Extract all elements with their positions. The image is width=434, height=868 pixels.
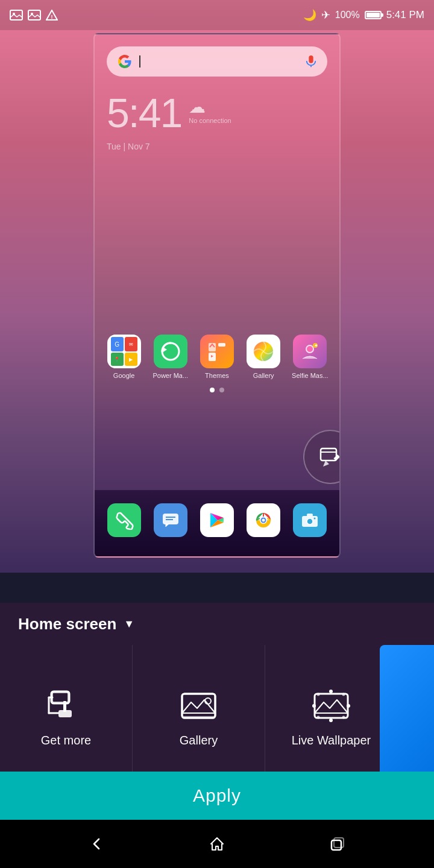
status-notifications: ! [10, 10, 58, 20]
svg-point-47 [329, 719, 333, 722]
status-bar: ! 🌙 ✈ 100% 5:41 PM [0, 0, 434, 30]
svg-rect-34 [52, 693, 68, 702]
svg-point-48 [312, 704, 316, 708]
floating-edit-button[interactable] [303, 430, 341, 484]
image-notification-icon [10, 10, 23, 20]
live-wallpaper-label: Live Wallpaper [292, 734, 371, 747]
app-row: G ✉ 📍 ▶ Google Power Ma... [95, 335, 339, 379]
dock-chrome[interactable] [247, 503, 280, 537]
dot-2[interactable] [219, 388, 224, 392]
battery-icon [365, 11, 382, 19]
app-selfie-mas[interactable]: ✦ Selfie Mas... [289, 335, 330, 379]
battery-percent: 100% [335, 10, 360, 20]
svg-point-21 [262, 519, 265, 522]
dot-1[interactable] [210, 388, 215, 392]
svg-rect-36 [58, 710, 72, 717]
get-more-option[interactable]: Get more [0, 645, 133, 790]
app-power-label: Power Ma... [150, 372, 191, 379]
svg-point-29 [314, 518, 316, 520]
gallery-option-label: Gallery [180, 734, 218, 747]
live-wallpaper-icon [310, 688, 353, 724]
clock-time-display: 5:41 [107, 92, 181, 133]
home-button[interactable] [202, 829, 232, 859]
svg-point-49 [342, 693, 345, 696]
svg-point-50 [342, 715, 345, 719]
mic-icon[interactable] [304, 55, 318, 68]
dropdown-arrow-icon: ▼ [124, 618, 134, 631]
svg-rect-9 [218, 343, 225, 347]
clock-info: ☁ No connection [189, 92, 231, 124]
clock-widget: 5:41 ☁ No connection [95, 86, 339, 139]
dock-play[interactable] [200, 503, 234, 537]
get-more-icon [45, 688, 87, 724]
home-screen-label: Home screen [18, 615, 116, 634]
app-selfie-label: Selfie Mas... [289, 372, 330, 379]
status-right-icons: 🌙 ✈ 100% 5:41 PM [303, 8, 424, 22]
page-dots [95, 388, 339, 392]
search-cursor [139, 55, 140, 68]
svg-marker-6 [162, 347, 167, 353]
app-themes-label: Themes [197, 372, 237, 379]
clock-status: 5:41 PM [386, 9, 424, 21]
app-power-manager[interactable]: Power Ma... [150, 335, 191, 379]
apply-label: Apply [193, 785, 241, 806]
svg-rect-33 [51, 691, 69, 703]
get-more-label: Get more [41, 734, 91, 747]
no-connection-text: No connection [189, 117, 231, 124]
google-logo [116, 53, 133, 70]
search-bar[interactable] [107, 46, 327, 77]
svg-rect-0 [10, 10, 22, 20]
svg-rect-54 [334, 838, 344, 848]
nav-bar [0, 820, 434, 868]
dock-camera[interactable] [293, 503, 327, 537]
gallery-option[interactable]: Gallery [133, 645, 265, 790]
app-google-label: Google [104, 372, 145, 379]
home-screen-bar[interactable]: Home screen ▼ [0, 603, 434, 645]
app-themes[interactable]: Themes [197, 335, 237, 379]
dock-messages[interactable] [154, 503, 187, 537]
svg-point-27 [309, 520, 312, 523]
app-gallery-label: Gallery [243, 372, 284, 379]
dock [95, 490, 339, 556]
svg-point-52 [317, 715, 320, 719]
wallpaper-panel: Home screen ▼ Get more [0, 603, 434, 790]
dock-phone[interactable] [107, 503, 141, 537]
svg-text:!: ! [51, 14, 53, 20]
app-gallery[interactable]: Gallery [243, 335, 284, 379]
weather-cloud-icon: ☁ [189, 97, 231, 117]
live-wallpaper-option[interactable]: Live Wallpaper [265, 645, 398, 790]
apply-button[interactable]: Apply [0, 772, 434, 820]
app-google[interactable]: G ✉ 📍 ▶ Google [104, 335, 145, 379]
clock-date: Tue | Nov 7 [95, 139, 339, 154]
options-row: Get more Gallery [0, 645, 434, 790]
svg-rect-2 [28, 10, 40, 20]
svg-point-51 [317, 693, 320, 696]
image-notification-icon2 [28, 10, 41, 20]
svg-rect-28 [307, 514, 313, 517]
svg-point-45 [329, 690, 333, 693]
recent-button[interactable] [322, 829, 353, 859]
gallery-option-icon [178, 688, 220, 724]
svg-text:✦: ✦ [314, 343, 318, 348]
moon-icon: 🌙 [303, 8, 316, 22]
warning-icon: ! [46, 10, 58, 20]
back-button[interactable] [81, 829, 112, 859]
svg-point-46 [347, 704, 350, 708]
airplane-icon: ✈ [321, 8, 330, 22]
blue-peek-card [380, 645, 434, 790]
phone-frame: 5:41 ☁ No connection Tue | Nov 7 G ✉ 📍 ▶… [93, 33, 341, 558]
svg-rect-53 [332, 840, 341, 850]
svg-point-12 [307, 346, 313, 352]
